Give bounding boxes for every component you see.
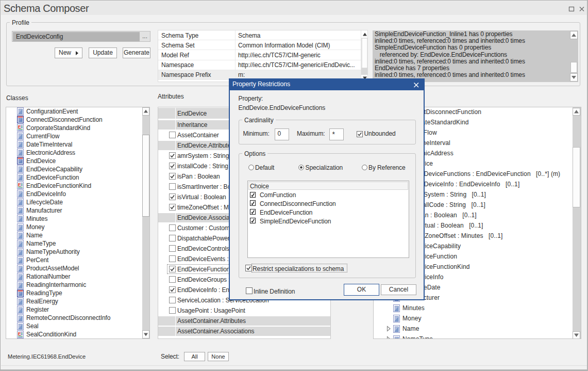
svg-text:E: E bbox=[18, 182, 21, 187]
svg-text:E: E bbox=[18, 124, 21, 130]
svg-text:E: E bbox=[18, 331, 21, 336]
